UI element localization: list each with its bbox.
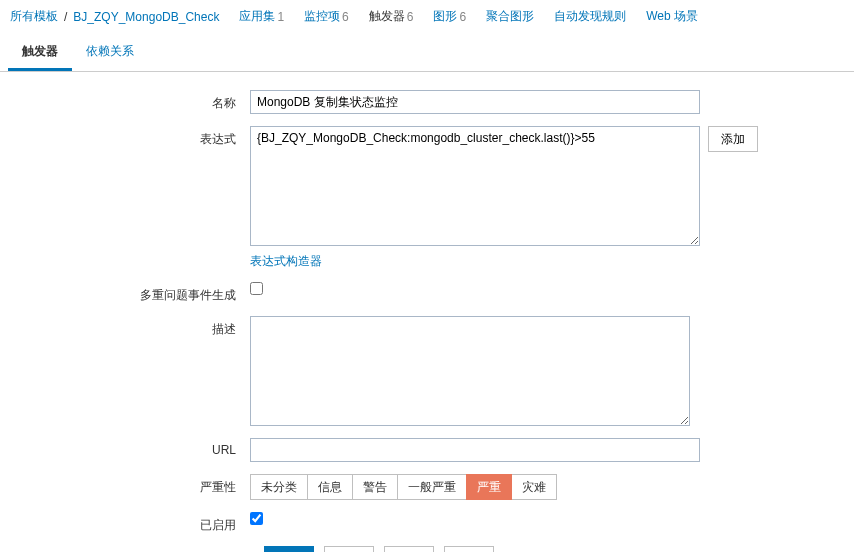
breadcrumb-item-screens[interactable]: 聚合图形 bbox=[486, 8, 534, 25]
add-button[interactable]: 添加 bbox=[708, 126, 758, 152]
expression-label: 表达式 bbox=[10, 126, 250, 148]
severity-disaster[interactable]: 灾难 bbox=[511, 474, 557, 500]
trigger-form: 名称 表达式 {BJ_ZQY_MongoDB_Check:mongodb_clu… bbox=[0, 72, 854, 552]
clone-button[interactable]: 克隆 bbox=[324, 546, 374, 552]
expression-textarea[interactable]: {BJ_ZQY_MongoDB_Check:mongodb_cluster_ch… bbox=[250, 126, 700, 246]
action-buttons: 更新 克隆 删除 取消 bbox=[264, 546, 844, 552]
severity-label: 严重性 bbox=[10, 474, 250, 496]
breadcrumb-item-web[interactable]: Web 场景 bbox=[646, 8, 698, 25]
severity-average[interactable]: 一般严重 bbox=[397, 474, 467, 500]
url-label: URL bbox=[10, 438, 250, 457]
multi-problem-label: 多重问题事件生成 bbox=[10, 282, 250, 304]
tabs: 触发器 依赖关系 bbox=[0, 35, 854, 72]
breadcrumb-item-apps[interactable]: 应用集1 bbox=[239, 8, 284, 25]
description-label: 描述 bbox=[10, 316, 250, 338]
name-input[interactable] bbox=[250, 90, 700, 114]
tab-trigger[interactable]: 触发器 bbox=[8, 35, 72, 71]
tab-dependencies[interactable]: 依赖关系 bbox=[72, 35, 148, 71]
breadcrumb-item-items[interactable]: 监控项6 bbox=[304, 8, 349, 25]
breadcrumb-item-triggers[interactable]: 触发器6 bbox=[369, 8, 414, 25]
url-input[interactable] bbox=[250, 438, 700, 462]
delete-button[interactable]: 删除 bbox=[384, 546, 434, 552]
breadcrumb-item-discovery[interactable]: 自动发现规则 bbox=[554, 8, 626, 25]
breadcrumb-item-graphs[interactable]: 图形6 bbox=[433, 8, 466, 25]
severity-group: 未分类 信息 警告 一般严重 严重 灾难 bbox=[250, 474, 557, 500]
description-textarea[interactable] bbox=[250, 316, 690, 426]
severity-information[interactable]: 信息 bbox=[307, 474, 353, 500]
expression-builder-link[interactable]: 表达式构造器 bbox=[250, 254, 322, 268]
breadcrumb-template-name[interactable]: BJ_ZQY_MongoDB_Check bbox=[73, 10, 219, 24]
cancel-button[interactable]: 取消 bbox=[444, 546, 494, 552]
breadcrumb-separator: / bbox=[64, 10, 67, 24]
severity-high[interactable]: 严重 bbox=[466, 474, 512, 500]
enabled-label: 已启用 bbox=[10, 512, 250, 534]
multi-problem-checkbox[interactable] bbox=[250, 282, 263, 295]
enabled-checkbox[interactable] bbox=[250, 512, 263, 525]
breadcrumb: 所有模板 / BJ_ZQY_MongoDB_Check 应用集1 监控项6 触发… bbox=[0, 0, 854, 33]
update-button[interactable]: 更新 bbox=[264, 546, 314, 552]
breadcrumb-all-templates[interactable]: 所有模板 bbox=[10, 8, 58, 25]
severity-not-classified[interactable]: 未分类 bbox=[250, 474, 308, 500]
severity-warning[interactable]: 警告 bbox=[352, 474, 398, 500]
name-label: 名称 bbox=[10, 90, 250, 112]
